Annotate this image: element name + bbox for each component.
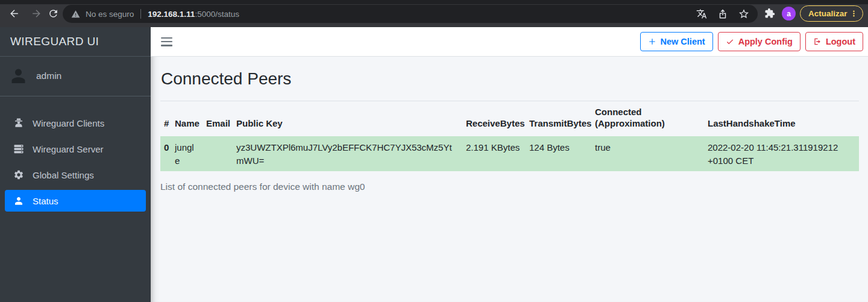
brand-title[interactable]: WIREGUARD UI (0, 27, 151, 57)
cell-index: 0 (160, 136, 171, 171)
translate-icon[interactable] (696, 8, 707, 19)
cell-last-handshake: 2022-02-20 11:45:21.311919212 +0100 CET (704, 136, 859, 171)
cell-email (203, 136, 233, 171)
table-row[interactable]: 0 jungle yz3UWZTXPl6muJ7LVy2bEFFCK7HC7YJ… (160, 136, 859, 171)
col-name: Name (171, 101, 203, 137)
cell-receive-bytes: 2.191 KBytes (462, 136, 526, 171)
top-navbar: New Client Apply Config Logout (151, 27, 868, 57)
navbar-actions: New Client Apply Config Logout (640, 32, 863, 51)
forward-arrow-icon[interactable] (31, 8, 42, 19)
security-label[interactable]: No es seguro (86, 10, 134, 19)
sidebar-item-label: Global Settings (33, 170, 94, 180)
new-client-label: New Client (661, 37, 705, 46)
connected-peers-table: # Name Email Public Key ReceiveBytes Tra… (160, 101, 859, 171)
reload-icon[interactable] (48, 8, 59, 19)
col-public-key: Public Key (233, 101, 462, 137)
url-divider (140, 9, 141, 19)
sidebar: WIREGUARD UI admin Wireguard Clients Wir… (0, 27, 151, 302)
browser-profile-avatar[interactable]: a (782, 7, 796, 20)
logout-label: Logout (826, 37, 855, 46)
cell-transmit-bytes: 124 Bytes (526, 136, 591, 171)
warning-triangle-icon (71, 10, 80, 19)
share-icon[interactable] (717, 8, 728, 19)
apply-config-label: Apply Config (738, 37, 793, 46)
user-panel: admin (0, 57, 151, 96)
sidebar-item-global-settings[interactable]: Global Settings (5, 164, 146, 186)
sidebar-item-wireguard-server[interactable]: Wireguard Server (5, 138, 146, 160)
server-icon (13, 143, 24, 154)
sidebar-nav: Wireguard Clients Wireguard Server Globa… (0, 96, 151, 216)
plus-icon (648, 37, 656, 46)
apply-config-button[interactable]: Apply Config (718, 32, 800, 51)
col-index: # (160, 101, 171, 137)
user-icon (13, 195, 24, 206)
col-connected: Connected (Approximation) (591, 101, 704, 137)
check-icon (726, 37, 734, 46)
table-header-row: # Name Email Public Key ReceiveBytes Tra… (160, 101, 859, 137)
col-transmit-bytes: TransmitBytes (526, 101, 591, 137)
logout-button[interactable]: Logout (805, 32, 863, 51)
url-host: 192.168.1.11 (148, 10, 195, 19)
sidebar-item-wireguard-clients[interactable]: Wireguard Clients (5, 112, 146, 134)
content-area: Connected Peers # Name Email Public Key … (151, 57, 868, 302)
browser-toolbar: No es seguro 192.168.1.11 :5000/status a… (0, 0, 868, 27)
sidebar-item-status[interactable]: Status (5, 190, 146, 212)
page-title: Connected Peers (161, 69, 859, 89)
sidebar-item-label: Wireguard Clients (33, 118, 104, 128)
new-client-button[interactable]: New Client (640, 32, 713, 51)
cell-connected: true (591, 136, 704, 171)
cell-name: jungle (171, 136, 203, 171)
sidebar-item-label: Status (33, 196, 58, 206)
star-icon[interactable] (738, 8, 749, 19)
col-email: Email (203, 101, 233, 137)
browser-update-button[interactable]: Actualizar (800, 5, 863, 22)
update-label: Actualizar (808, 9, 848, 18)
url-path: :5000/status (195, 10, 239, 19)
window-frame-strip (0, 0, 868, 4)
back-arrow-icon[interactable] (8, 8, 20, 19)
gear-icon (13, 169, 24, 180)
user-name: admin (36, 71, 61, 81)
hamburger-menu-icon[interactable] (161, 37, 172, 46)
kebab-menu-icon[interactable] (850, 9, 858, 18)
col-last-handshake: LastHandshakeTime (704, 101, 859, 137)
url-bar[interactable]: No es seguro 192.168.1.11 :5000/status (63, 5, 758, 23)
cell-public-key: yz3UWZTXPl6muJ7LVy2bEFFCK7HC7YJX53cMz5Yt… (233, 136, 462, 171)
extensions-puzzle-icon[interactable] (764, 8, 775, 19)
user-avatar-icon (8, 66, 28, 86)
avatar-letter: a (787, 10, 791, 18)
user-secret-icon (13, 118, 24, 128)
table-footer-note: List of connected peers for device with … (160, 181, 859, 192)
sidebar-item-label: Wireguard Server (33, 144, 104, 154)
sign-out-icon (813, 37, 822, 46)
col-receive-bytes: ReceiveBytes (462, 101, 526, 137)
